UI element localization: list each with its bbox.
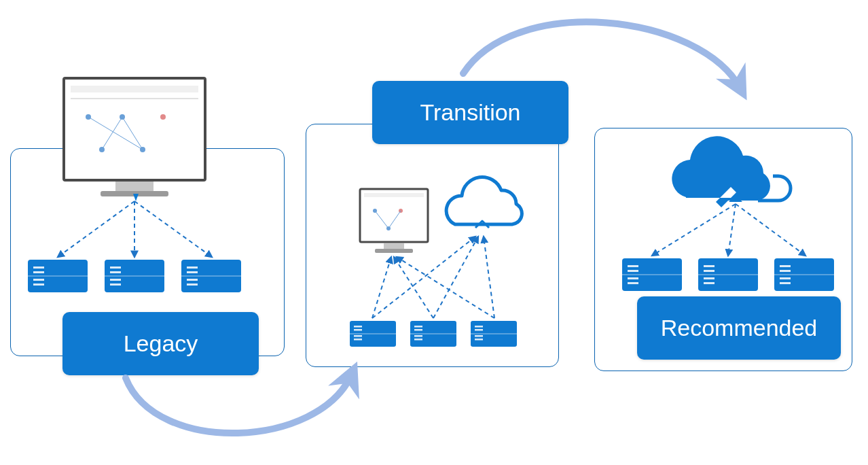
label-recommended: Recommended <box>637 296 841 360</box>
label-transition-text: Transition <box>420 99 520 126</box>
svg-line-11 <box>122 117 143 150</box>
arrow-transition-to-recommended <box>463 22 740 88</box>
svg-point-7 <box>160 114 166 120</box>
label-legacy-text: Legacy <box>124 330 198 357</box>
label-legacy: Legacy <box>62 312 259 375</box>
svg-point-6 <box>120 114 125 120</box>
svg-rect-3 <box>71 86 198 92</box>
svg-rect-4 <box>71 98 198 99</box>
svg-line-12 <box>102 117 122 150</box>
svg-point-5 <box>86 114 91 120</box>
panel-transition <box>306 124 559 367</box>
arrow-legacy-to-transition <box>126 374 352 433</box>
svg-line-10 <box>88 117 143 150</box>
label-recommended-text: Recommended <box>661 315 818 341</box>
label-transition: Transition <box>372 81 568 144</box>
